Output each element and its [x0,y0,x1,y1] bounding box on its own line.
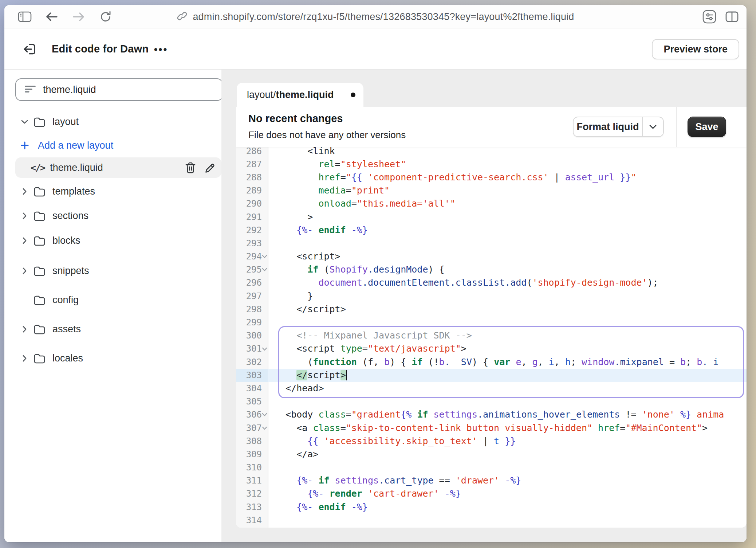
code-line-311[interactable]: 311 {%- if settings.cart_type == 'drawer… [236,474,747,487]
sidebar-item-templates[interactable]: templates [4,184,221,199]
sidebar-item-sections[interactable]: sections [4,208,221,223]
code-line-314[interactable]: 314 [236,514,747,527]
overflow-menu-button[interactable]: ••• [150,42,172,57]
sidebar-item-label: templates [52,186,95,197]
exit-icon[interactable] [19,39,40,59]
fold-chevron-icon[interactable] [262,342,268,355]
chevron-right-icon[interactable] [19,326,30,333]
delete-file-icon[interactable] [182,159,199,176]
line-number: 298 [236,303,268,316]
code-text: (function (f, b) { if (!b.__SV) { var e,… [268,356,747,369]
code-text: </head> [268,382,747,395]
sidebar-item-assets[interactable]: assets [4,321,221,337]
line-number: 306 [236,408,268,421]
format-liquid-button[interactable]: Format liquid [573,117,664,137]
code-line-310[interactable]: 310 [236,461,747,474]
line-number: 288 [236,171,268,184]
code-text: rel="stylesheet" [268,158,747,171]
chevron-right-icon[interactable] [19,237,30,244]
sidebar-item-locales[interactable]: locales [4,351,221,366]
line-number: 294 [236,250,268,263]
preview-store-button[interactable]: Preview store [652,39,739,59]
code-editor[interactable]: 286 <link287 rel="stylesheet"288 href="{… [236,147,747,528]
status-subtitle: File does not have any other versions [248,129,406,141]
code-line-293[interactable]: 293 [236,237,747,250]
fold-chevron-icon[interactable] [262,250,268,263]
chevron-right-icon[interactable] [19,212,30,219]
sidebar-item-add-layout[interactable]: Add a new layout [4,138,221,153]
code-text: <link [268,147,747,158]
extensions-icon[interactable] [699,5,720,28]
fold-chevron-icon[interactable] [262,408,268,421]
code-line-304[interactable]: 304 </head> [236,382,747,395]
rename-file-icon[interactable] [202,159,218,176]
code-line-295[interactable]: 295 if (Shopify.designMode) { [236,263,747,276]
fold-chevron-icon[interactable] [262,422,268,435]
code-line-309[interactable]: 309 </a> [236,448,747,461]
app-header: Edit code for Dawn ••• Preview store [4,28,747,70]
chevron-down-icon[interactable] [19,120,30,124]
code-text: href="{{ 'component-predictive-search.cs… [268,171,747,184]
code-line-297[interactable]: 297 } [236,290,747,303]
code-line-306[interactable]: 306 <body class="gradient{% if settings.… [236,408,747,421]
line-number: 311 [236,474,268,487]
fold-chevron-icon[interactable] [262,263,268,276]
code-line-299[interactable]: 299 [236,316,747,329]
folder-icon [31,186,47,196]
code-line-290[interactable]: 290 onload="this.media='all'" [236,197,747,210]
folder-icon [31,266,47,276]
code-line-296[interactable]: 296 document.documentElement.classList.a… [236,276,747,289]
code-text: {{ 'accessibility.skip_to_text' | t }} [268,435,747,448]
code-line-287[interactable]: 287 rel="stylesheet" [236,158,747,171]
sidebar-item-snippets[interactable]: snippets [4,263,221,278]
chevron-down-icon[interactable] [643,117,663,136]
save-button[interactable]: Save [688,117,726,137]
line-number: 292 [236,224,268,237]
code-line-286[interactable]: 286 <link [236,147,747,158]
line-number: 315 [236,527,268,528]
file-search-input[interactable]: theme.liquid [15,78,223,101]
code-line-301[interactable]: 301 <script type="text/javascript"> [236,342,747,355]
line-number: 297 [236,290,268,303]
line-number: 302 [236,356,268,369]
code-line-312[interactable]: 312 {%- render 'cart-drawer' -%} [236,487,747,500]
sidebar-item-config[interactable]: config [4,292,221,308]
code-line-307[interactable]: 307 <a class="skip-to-content-link butto… [236,422,747,435]
line-number: 304 [236,382,268,395]
code-line-305[interactable]: 305 [236,395,747,408]
code-line-303[interactable]: 303 </script> [236,369,747,382]
code-line-288[interactable]: 288 href="{{ 'component-predictive-searc… [236,171,747,184]
line-number: 314 [236,514,268,527]
code-text [268,461,747,474]
code-line-313[interactable]: 313 {%- endif -%} [236,501,747,514]
file-search-value: theme.liquid [43,84,96,95]
sidebar-item-label: snippets [52,265,89,277]
code-line-291[interactable]: 291 > [236,211,747,224]
code-line-292[interactable]: 292 {%- endif -%} [236,224,747,237]
address-bar[interactable]: admin.shopify.com/store/rzq1xu-f5/themes… [4,5,747,28]
code-line-289[interactable]: 289 media="print" [236,184,747,197]
sidebar-item-blocks[interactable]: blocks [4,233,221,248]
line-number: 312 [236,487,268,500]
split-view-icon[interactable] [722,5,742,28]
code-line-300[interactable]: 300 <!-- Mixpanel Javascript SDK --> [236,329,747,342]
code-line-294[interactable]: 294 <script> [236,250,747,263]
sidebar-item-layout[interactable]: layout [4,114,221,129]
line-number: 307 [236,422,268,435]
tab-theme-liquid[interactable]: layout/theme.liquid [237,83,363,107]
code-text: <script src="{{ 'global.js' | asset_url … [268,527,747,528]
code-line-302[interactable]: 302 (function (f, b) { if (!b.__SV) { va… [236,356,747,369]
code-line-315[interactable]: 315 <script src="{{ 'global.js' | asset_… [236,527,747,528]
format-liquid-label[interactable]: Format liquid [574,117,643,136]
sidebar-item-label: blocks [52,235,80,246]
sidebar-item-theme-liquid[interactable]: </>theme.liquid [15,157,221,178]
chevron-right-icon[interactable] [19,188,30,195]
line-number: 293 [236,237,268,250]
line-number: 305 [236,395,268,408]
code-line-308[interactable]: 308 {{ 'accessibility.skip_to_text' | t … [236,435,747,448]
chevron-right-icon[interactable] [19,267,30,274]
folder-icon [31,324,47,334]
code-line-298[interactable]: 298 </script> [236,303,747,316]
code-text: document.documentElement.classList.add('… [268,276,747,289]
chevron-right-icon[interactable] [19,355,30,362]
